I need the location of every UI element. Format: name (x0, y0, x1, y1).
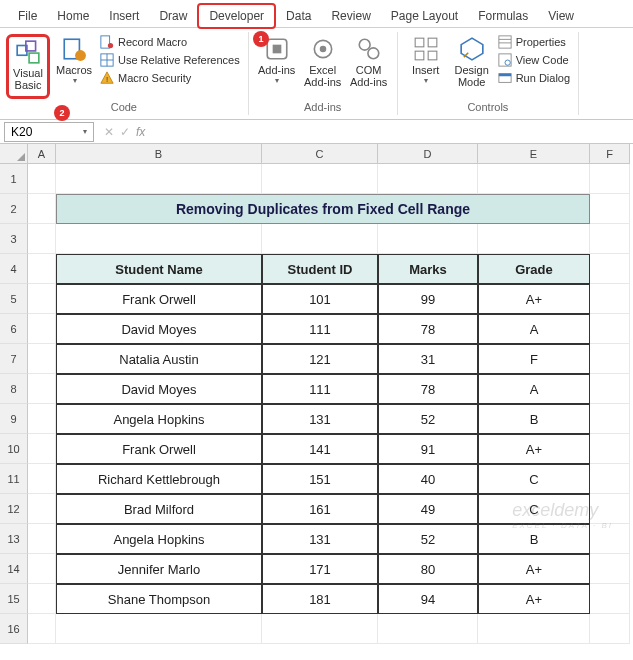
row-header-6[interactable]: 6 (0, 314, 28, 344)
cell[interactable]: A+ (478, 554, 590, 584)
cell[interactable] (590, 494, 630, 524)
cell[interactable] (28, 164, 56, 194)
cell[interactable]: Shane Thompson (56, 584, 262, 614)
record-macro-button[interactable]: Record Macro (98, 34, 242, 50)
col-header-e[interactable]: E (478, 144, 590, 164)
cell[interactable] (28, 224, 56, 254)
cell[interactable] (590, 314, 630, 344)
cell[interactable]: Marks (378, 254, 478, 284)
chevron-down-icon[interactable]: ▾ (83, 127, 87, 136)
cell[interactable] (28, 554, 56, 584)
cell[interactable]: Student Name (56, 254, 262, 284)
properties-button[interactable]: Properties (496, 34, 572, 50)
row-header-9[interactable]: 9 (0, 404, 28, 434)
cell[interactable]: 52 (378, 404, 478, 434)
cell[interactable] (28, 464, 56, 494)
formula-bar-input[interactable] (151, 130, 633, 134)
row-header-15[interactable]: 15 (0, 584, 28, 614)
cell[interactable]: 131 (262, 404, 378, 434)
cell[interactable]: 171 (262, 554, 378, 584)
tab-data[interactable]: Data (276, 5, 321, 27)
row-header-8[interactable]: 8 (0, 374, 28, 404)
cell[interactable]: David Moyes (56, 374, 262, 404)
cell[interactable] (590, 554, 630, 584)
name-box[interactable]: K20 ▾ (4, 122, 94, 142)
cell[interactable] (590, 524, 630, 554)
cell[interactable] (56, 164, 262, 194)
cell[interactable] (590, 254, 630, 284)
cell[interactable]: 91 (378, 434, 478, 464)
cell[interactable] (28, 494, 56, 524)
cell[interactable]: Student ID (262, 254, 378, 284)
cell[interactable] (590, 284, 630, 314)
tab-insert[interactable]: Insert (99, 5, 149, 27)
cell[interactable] (590, 164, 630, 194)
cell[interactable] (590, 464, 630, 494)
cell[interactable]: 111 (262, 314, 378, 344)
cell[interactable] (378, 614, 478, 644)
cell[interactable] (28, 314, 56, 344)
cell[interactable]: 40 (378, 464, 478, 494)
cell[interactable]: 131 (262, 524, 378, 554)
cell[interactable]: 141 (262, 434, 378, 464)
tab-page-layout[interactable]: Page Layout (381, 5, 468, 27)
cell[interactable] (28, 254, 56, 284)
com-addins-button[interactable]: COM Add-ins (347, 34, 391, 99)
cell[interactable] (28, 374, 56, 404)
cell[interactable] (56, 224, 262, 254)
run-dialog-button[interactable]: Run Dialog (496, 70, 572, 86)
cell[interactable]: 78 (378, 374, 478, 404)
row-header-16[interactable]: 16 (0, 614, 28, 644)
cell[interactable] (28, 344, 56, 374)
row-header-14[interactable]: 14 (0, 554, 28, 584)
cell[interactable] (590, 584, 630, 614)
cell[interactable] (28, 434, 56, 464)
cell[interactable]: 52 (378, 524, 478, 554)
cell[interactable]: Frank Orwell (56, 284, 262, 314)
tab-formulas[interactable]: Formulas (468, 5, 538, 27)
cell[interactable]: A+ (478, 434, 590, 464)
col-header-f[interactable]: F (590, 144, 630, 164)
cancel-icon[interactable]: ✕ (104, 125, 114, 139)
cell[interactable] (262, 224, 378, 254)
cell[interactable] (56, 614, 262, 644)
cell[interactable] (262, 614, 378, 644)
design-mode-button[interactable]: Design Mode (450, 34, 494, 99)
cell[interactable]: Grade (478, 254, 590, 284)
cell[interactable]: Natalia Austin (56, 344, 262, 374)
cell[interactable]: 121 (262, 344, 378, 374)
cell[interactable] (28, 614, 56, 644)
cell[interactable]: 111 (262, 374, 378, 404)
cell[interactable] (590, 614, 630, 644)
cell[interactable]: C (478, 494, 590, 524)
cell[interactable] (28, 284, 56, 314)
cell[interactable]: 101 (262, 284, 378, 314)
cell[interactable] (378, 164, 478, 194)
cell[interactable] (590, 194, 630, 224)
cell[interactable] (378, 224, 478, 254)
macros-button[interactable]: Macros ▾ (52, 34, 96, 99)
cell[interactable]: 49 (378, 494, 478, 524)
row-header-4[interactable]: 4 (0, 254, 28, 284)
cell[interactable]: 31 (378, 344, 478, 374)
cell[interactable]: A (478, 314, 590, 344)
row-header-3[interactable]: 3 (0, 224, 28, 254)
cell[interactable]: 181 (262, 584, 378, 614)
cell[interactable]: F (478, 344, 590, 374)
cell[interactable]: 99 (378, 284, 478, 314)
cell[interactable]: A (478, 374, 590, 404)
cell[interactable]: Frank Orwell (56, 434, 262, 464)
tab-draw[interactable]: Draw (149, 5, 197, 27)
cell[interactable] (590, 374, 630, 404)
col-header-c[interactable]: C (262, 144, 378, 164)
col-header-b[interactable]: B (56, 144, 262, 164)
row-header-7[interactable]: 7 (0, 344, 28, 374)
cell[interactable]: Angela Hopkins (56, 524, 262, 554)
select-all-cell[interactable] (0, 144, 28, 164)
visual-basic-button[interactable]: Visual Basic (6, 34, 50, 99)
cell[interactable]: C (478, 464, 590, 494)
row-header-11[interactable]: 11 (0, 464, 28, 494)
row-header-10[interactable]: 10 (0, 434, 28, 464)
cell[interactable]: 80 (378, 554, 478, 584)
enter-icon[interactable]: ✓ (120, 125, 130, 139)
